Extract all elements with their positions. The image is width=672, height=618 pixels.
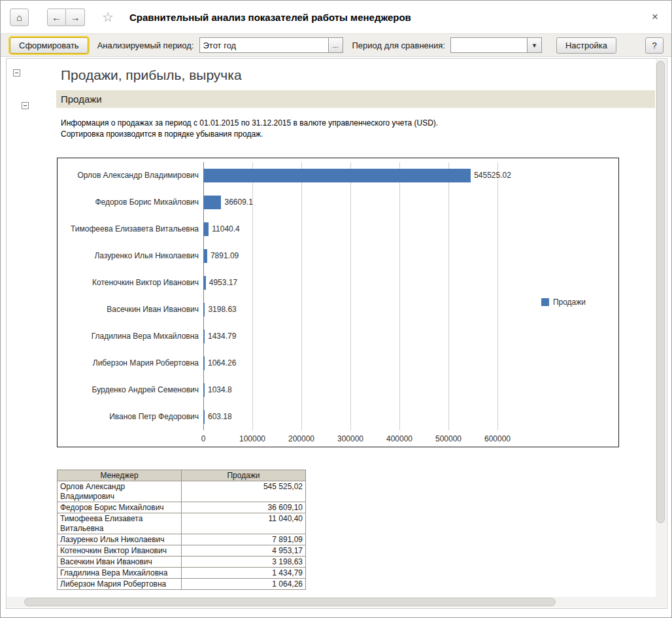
sales-value-cell: 3 198,63 xyxy=(182,556,306,567)
period-picker-button[interactable]: ... xyxy=(329,37,343,53)
settings-button[interactable]: Настройка xyxy=(556,37,616,54)
x-tick-label: 500000 xyxy=(435,434,462,443)
table-row: Васечкин Иван Иванович3 198,63 xyxy=(58,556,306,567)
back-arrow-icon: ← xyxy=(52,12,61,23)
bar-area: 11040.4 xyxy=(203,216,618,243)
x-tick-label: 100000 xyxy=(239,434,265,443)
chart-row: Васечкин Иван Иванович3198.63 xyxy=(58,296,618,323)
home-icon: ⌂ xyxy=(16,12,22,23)
category-label: Бурденко Андрей Семенович xyxy=(58,385,203,394)
bar-value-label: 603.18 xyxy=(208,412,232,421)
manager-cell: Федоров Борис Михайлович xyxy=(58,502,182,513)
bar[interactable] xyxy=(203,383,205,397)
compare-field-group: ▾ xyxy=(450,37,542,53)
category-label: Иванов Петр Федорович xyxy=(58,412,203,421)
bar[interactable] xyxy=(203,303,205,317)
chart-legend: Продажи xyxy=(541,298,586,307)
period-input[interactable]: Этот год xyxy=(199,37,329,53)
chart-row: Лазуренко Илья Николаевич7891.09 xyxy=(58,243,618,269)
vertical-scrollbar-thumb[interactable] xyxy=(656,61,665,523)
category-label: Лазуренко Илья Николаевич xyxy=(58,251,203,260)
tree-expander-report[interactable] xyxy=(13,69,20,77)
period-label: Анализируемый период: xyxy=(97,41,194,50)
bar-area: 1064.26 xyxy=(203,350,618,377)
history-nav: ← → xyxy=(47,9,85,26)
manager-cell: Гладилина Вера Михайловна xyxy=(58,567,182,578)
bar[interactable] xyxy=(203,330,205,343)
table-row: Федоров Борис Михайлович36 609,10 xyxy=(58,502,306,513)
x-tick-label: 400000 xyxy=(386,434,412,443)
report-info-line2: Сортировка производится в порядке убыван… xyxy=(61,129,655,140)
chart-row: Котеночкин Виктор Иванович4953.17 xyxy=(58,269,618,296)
sales-bar-chart: Орлов Александр Владимирович545525.02Фед… xyxy=(57,158,619,447)
manager-cell: Котеночкин Виктор Иванович xyxy=(58,545,182,556)
bar-value-label: 1064.26 xyxy=(208,358,236,368)
bar-area: 545525.02 xyxy=(203,162,618,189)
bar-value-label: 4953.17 xyxy=(209,278,237,287)
chart-row: Тимофеева Елизавета Витальевна11040.4 xyxy=(58,216,618,243)
compare-dropdown-button[interactable]: ▾ xyxy=(528,37,542,53)
chart-row: Иванов Петр Федорович603.18 xyxy=(58,403,618,430)
table-header-cell: Менеджер xyxy=(58,470,182,481)
forward-button[interactable]: → xyxy=(66,9,85,26)
compare-period-input[interactable] xyxy=(450,37,528,53)
sales-value-cell: 1 434,79 xyxy=(182,567,306,578)
close-icon[interactable]: × xyxy=(648,9,662,25)
manager-cell: Лазуренко Илья Николаевич xyxy=(58,534,182,545)
table-row: Лазуренко Илья Николаевич7 891,09 xyxy=(58,534,306,545)
help-button[interactable]: ? xyxy=(645,37,664,54)
bar-area: 1034.8 xyxy=(203,377,618,403)
chart-rows: Орлов Александр Владимирович545525.02Фед… xyxy=(58,162,618,430)
chart-x-axis: 0100000200000300000400000500000600000 xyxy=(203,434,499,445)
report-content: Продажи, прибыль, выручка Продажи Информ… xyxy=(56,59,655,597)
section-header-sales[interactable]: Продажи xyxy=(56,90,655,108)
bar[interactable] xyxy=(203,169,471,182)
sales-value-cell: 7 891,09 xyxy=(182,534,306,545)
table-row: Тимофеева Елизавета Витальевна11 040,40 xyxy=(58,513,306,534)
favorite-star-icon[interactable]: ☆ xyxy=(102,9,114,25)
legend-label: Продажи xyxy=(553,298,586,307)
manager-cell: Орлов Александр Владимирович xyxy=(58,481,182,502)
x-tick-label: 200000 xyxy=(288,434,314,443)
sales-value-cell: 4 953,17 xyxy=(182,545,306,556)
home-button[interactable]: ⌂ xyxy=(10,9,29,26)
tree-expander-section[interactable] xyxy=(22,102,29,109)
legend-swatch xyxy=(541,298,549,306)
sales-value-cell: 36 609,10 xyxy=(182,502,306,513)
page-title: Сравнительный анализ показателей работы … xyxy=(129,12,411,23)
bar[interactable] xyxy=(203,410,205,424)
bar[interactable] xyxy=(203,356,205,370)
ellipsis-icon: ... xyxy=(332,41,338,49)
vertical-scrollbar[interactable] xyxy=(656,60,666,597)
category-label: Гладилина Вера Михайловна xyxy=(58,332,203,341)
table-row: Котеночкин Виктор Иванович4 953,17 xyxy=(58,545,306,556)
bar-area: 603.18 xyxy=(203,403,618,430)
category-label: Котеночкин Виктор Иванович xyxy=(58,278,203,287)
category-label: Тимофеева Елизавета Витальевна xyxy=(58,224,203,233)
horizontal-scrollbar-thumb[interactable] xyxy=(24,598,556,606)
back-button[interactable]: ← xyxy=(47,9,66,26)
table-row: Гладилина Вера Михайловна1 434,79 xyxy=(58,567,306,578)
report-panel: Продажи, прибыль, выручка Продажи Информ… xyxy=(6,58,667,609)
scrollbar-corner xyxy=(656,597,666,608)
report-title: Продажи, прибыль, выручка xyxy=(61,67,655,83)
bar-value-label: 3198.63 xyxy=(208,305,236,314)
chevron-down-icon: ▾ xyxy=(533,41,537,50)
manager-cell: Тимофеева Елизавета Витальевна xyxy=(58,513,182,534)
chart-row: Либерзон Мария Робертовна1064.26 xyxy=(58,350,618,377)
bar-value-label: 1434.79 xyxy=(208,332,236,341)
forward-arrow-icon: → xyxy=(71,12,80,23)
table-header-cell: Продажи xyxy=(182,470,306,481)
horizontal-scrollbar[interactable] xyxy=(7,597,656,608)
bar[interactable] xyxy=(203,222,209,236)
generate-button[interactable]: Сформировать xyxy=(10,37,88,54)
category-label: Орлов Александр Владимирович xyxy=(58,171,203,180)
bar[interactable] xyxy=(203,276,206,290)
x-tick-label: 600000 xyxy=(484,434,511,443)
table-header-row: МенеджерПродажи xyxy=(58,470,306,481)
bar-area: 36609.1 xyxy=(203,189,618,216)
bar[interactable] xyxy=(203,249,207,263)
bar-area: 1434.79 xyxy=(203,323,618,350)
chart-row: Орлов Александр Владимирович545525.02 xyxy=(58,162,618,189)
bar[interactable] xyxy=(203,196,221,209)
